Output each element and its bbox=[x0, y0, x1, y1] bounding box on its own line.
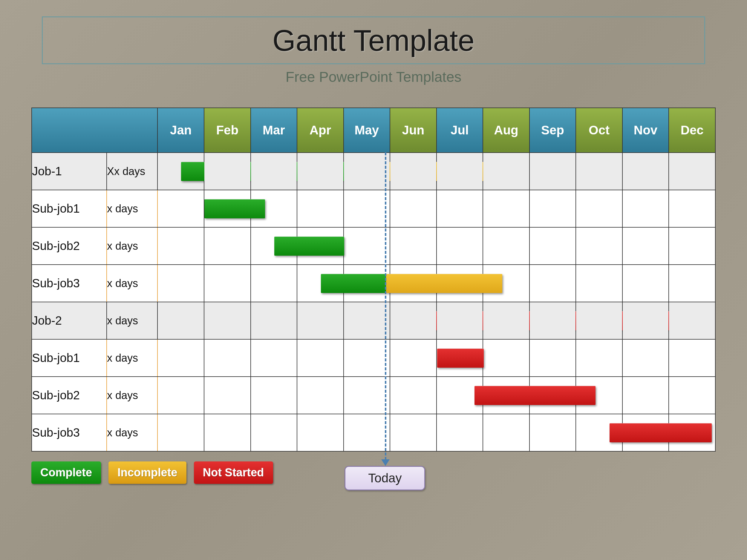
gantt-row: Sub-job2x days bbox=[32, 227, 715, 265]
gantt-cell bbox=[157, 190, 204, 227]
gantt-cell bbox=[297, 339, 344, 377]
gantt-cell bbox=[669, 414, 715, 451]
gantt-cell bbox=[576, 265, 622, 302]
gantt-cell bbox=[483, 190, 530, 227]
gantt-cell bbox=[157, 265, 204, 302]
gantt-row: Job-1Xx days bbox=[32, 153, 715, 190]
gantt-cell bbox=[483, 302, 530, 339]
task-name: Sub-job3 bbox=[32, 414, 107, 451]
task-duration: x days bbox=[107, 302, 158, 339]
gantt-cell bbox=[622, 302, 669, 339]
header-corner bbox=[32, 108, 157, 153]
gantt-cell bbox=[437, 302, 483, 339]
gantt-cell bbox=[437, 339, 483, 377]
task-duration: Xx days bbox=[107, 153, 158, 190]
month-header-dec: Dec bbox=[669, 108, 715, 153]
gantt-cell bbox=[157, 227, 204, 265]
gantt-cell bbox=[576, 377, 622, 414]
gantt-cell bbox=[390, 227, 437, 265]
gantt-cell bbox=[251, 153, 297, 190]
gantt-cell bbox=[390, 377, 437, 414]
slide: Gantt Template Free PowerPoint Templates… bbox=[0, 0, 747, 560]
task-name: Sub-job2 bbox=[32, 377, 107, 414]
gantt-cell bbox=[297, 265, 344, 302]
gantt-cell bbox=[297, 414, 344, 451]
gantt-row: Job-2x days bbox=[32, 302, 715, 339]
gantt-table: JanFebMarAprMayJunJulAugSepOctNovDec Job… bbox=[31, 108, 716, 452]
gantt-cell bbox=[344, 265, 390, 302]
gantt-cell bbox=[344, 227, 390, 265]
month-header-jun: Jun bbox=[390, 108, 437, 153]
gantt-row: Sub-job3x days bbox=[32, 414, 715, 451]
gantt-cell bbox=[576, 227, 622, 265]
gantt-cell bbox=[669, 265, 715, 302]
gantt-cell bbox=[669, 377, 715, 414]
gantt-cell bbox=[251, 377, 297, 414]
gantt-cell bbox=[390, 339, 437, 377]
month-header-nov: Nov bbox=[622, 108, 669, 153]
gantt-cell bbox=[251, 302, 297, 339]
gantt-cell bbox=[530, 265, 576, 302]
gantt-cell bbox=[576, 302, 622, 339]
gantt-cell bbox=[344, 339, 390, 377]
gantt-cell bbox=[204, 227, 251, 265]
gantt-cell bbox=[437, 227, 483, 265]
gantt-cell bbox=[390, 414, 437, 451]
gantt-row: Sub-job3x days bbox=[32, 265, 715, 302]
month-header-aug: Aug bbox=[483, 108, 530, 153]
gantt-cell bbox=[622, 190, 669, 227]
gantt-cell bbox=[622, 153, 669, 190]
gantt-cell bbox=[390, 190, 437, 227]
gantt-cell bbox=[344, 153, 390, 190]
gantt-cell bbox=[669, 302, 715, 339]
gantt-cell bbox=[622, 265, 669, 302]
gantt-cell bbox=[390, 153, 437, 190]
task-name: Job-2 bbox=[32, 302, 107, 339]
gantt-cell bbox=[344, 190, 390, 227]
task-name: Sub-job1 bbox=[32, 190, 107, 227]
gantt-cell bbox=[157, 377, 204, 414]
gantt-cell bbox=[483, 227, 530, 265]
month-header-feb: Feb bbox=[204, 108, 251, 153]
gantt-cell bbox=[390, 265, 437, 302]
gantt-cell bbox=[204, 265, 251, 302]
legend-complete: Complete bbox=[31, 461, 101, 484]
gantt-cell bbox=[251, 227, 297, 265]
gantt-cell bbox=[297, 153, 344, 190]
gantt-cell bbox=[622, 414, 669, 451]
slide-subtitle: Free PowerPoint Templates bbox=[0, 69, 747, 85]
gantt-cell bbox=[204, 190, 251, 227]
gantt-cell bbox=[530, 414, 576, 451]
slide-title: Gantt Template bbox=[273, 23, 474, 58]
today-arrow-icon bbox=[381, 459, 390, 466]
gantt-cell bbox=[622, 339, 669, 377]
title-box: Gantt Template bbox=[42, 17, 705, 64]
gantt-cell bbox=[530, 377, 576, 414]
gantt-cell bbox=[576, 414, 622, 451]
task-duration: x days bbox=[107, 265, 158, 302]
gantt-cell bbox=[204, 339, 251, 377]
task-name: Sub-job2 bbox=[32, 227, 107, 265]
gantt-cell bbox=[437, 190, 483, 227]
task-name: Sub-job1 bbox=[32, 339, 107, 377]
month-header-apr: Apr bbox=[297, 108, 344, 153]
today-button[interactable]: Today bbox=[344, 466, 425, 490]
task-duration: x days bbox=[107, 339, 158, 377]
gantt-cell bbox=[297, 190, 344, 227]
gantt-container: JanFebMarAprMayJunJulAugSepOctNovDec Job… bbox=[31, 108, 716, 452]
task-duration: x days bbox=[107, 227, 158, 265]
gantt-cell bbox=[622, 227, 669, 265]
gantt-cell bbox=[530, 227, 576, 265]
month-header-oct: Oct bbox=[576, 108, 622, 153]
gantt-cell bbox=[437, 265, 483, 302]
gantt-cell bbox=[576, 339, 622, 377]
gantt-cell bbox=[157, 414, 204, 451]
gantt-header-row: JanFebMarAprMayJunJulAugSepOctNovDec bbox=[32, 108, 715, 153]
gantt-cell bbox=[530, 153, 576, 190]
gantt-cell bbox=[530, 190, 576, 227]
task-duration: x days bbox=[107, 414, 158, 451]
gantt-cell bbox=[297, 302, 344, 339]
month-header-may: May bbox=[344, 108, 390, 153]
month-header-sep: Sep bbox=[530, 108, 576, 153]
today-line-icon bbox=[385, 152, 386, 460]
